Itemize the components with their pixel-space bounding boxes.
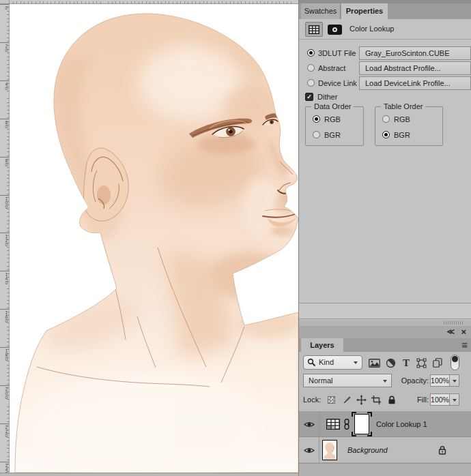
lock-all-icon[interactable] xyxy=(386,393,398,406)
tab-swatches[interactable]: Swatches xyxy=(301,3,341,19)
canvas[interactable] xyxy=(10,4,298,473)
filter-kind-label: Kind xyxy=(319,356,334,369)
layer-mask-thumbnail[interactable] xyxy=(352,412,372,436)
photoshop-workspace: 0 20 40 60 80 100 120 140 160 180 200 22… xyxy=(0,0,471,476)
fill-label: Fill: xyxy=(403,393,429,406)
abstract-row: Abstract Load Abstract Profile... xyxy=(299,61,471,75)
grip-marks-icon xyxy=(444,321,463,325)
table-order-rgb-radio[interactable] xyxy=(382,115,390,123)
blend-mode-select[interactable]: Normal xyxy=(303,374,392,387)
abstract-radio[interactable] xyxy=(307,64,315,72)
data-order-title: Data Order xyxy=(311,102,354,110)
ruler-label: 80 xyxy=(0,157,9,166)
properties-body: 3DLUT File Gray_EuroScinton.CUBE Abstrac… xyxy=(299,40,471,303)
collapse-panel-icon[interactable]: ≪ xyxy=(446,327,455,336)
eye-icon xyxy=(304,447,315,454)
table-order-title: Table Order xyxy=(381,102,425,110)
data-order-bgr-option: BGR xyxy=(313,130,367,140)
close-panel-icon[interactable]: × xyxy=(461,327,466,337)
filter-pixel-layers-icon[interactable] xyxy=(368,357,380,369)
3dlut-file-label: 3DLUT File xyxy=(318,46,356,60)
background-layer-thumbnail[interactable] xyxy=(322,440,337,460)
opacity-value[interactable]: 100% xyxy=(430,374,450,387)
ruler-label: 40 xyxy=(0,80,9,90)
mask-link-icon[interactable] xyxy=(344,419,349,430)
fill-dropdown-button[interactable] xyxy=(450,393,459,406)
dither-checkbox[interactable]: ✓ xyxy=(305,93,313,101)
table-order-rgb-label: RGB xyxy=(394,114,410,125)
color-lookup-thumbnail[interactable] xyxy=(326,419,340,430)
3dlut-file-radio[interactable] xyxy=(307,49,315,57)
panel-resize-grip[interactable] xyxy=(299,320,471,326)
table-order-bgr-label: BGR xyxy=(394,130,410,140)
lock-label: Lock: xyxy=(303,393,321,406)
grid-icon xyxy=(309,25,319,34)
load-abstract-button[interactable]: Load Abstract Profile... xyxy=(359,61,471,75)
devicelink-row: Device Link Load DeviceLink Profile... xyxy=(299,76,471,90)
ruler-label: 180 xyxy=(0,347,9,361)
lock-position-icon[interactable] xyxy=(355,393,367,406)
data-order-bgr-label: BGR xyxy=(324,130,341,140)
devicelink-radio[interactable] xyxy=(307,79,315,87)
search-icon xyxy=(307,358,316,367)
data-order-rgb-radio[interactable] xyxy=(313,115,320,123)
ruler-label: 0 xyxy=(0,4,9,10)
layer-name[interactable]: Color Lookup 1 xyxy=(376,411,427,437)
data-order-group: Data Order RGB BGR xyxy=(305,106,364,146)
table-order-group: Table Order RGB BGR xyxy=(375,106,443,146)
visibility-cell[interactable] xyxy=(299,437,319,463)
dither-label: Dither xyxy=(317,91,337,102)
chevron-down-icon xyxy=(383,380,387,383)
layers-body: Kind T xyxy=(299,352,471,476)
lock-artboard-icon[interactable] xyxy=(370,393,382,406)
layer-mask-icon[interactable] xyxy=(328,25,342,35)
filter-adjustment-layers-icon[interactable] xyxy=(384,357,397,369)
color-lookup-grid-button[interactable] xyxy=(305,22,323,37)
lock-paint-icon[interactable] xyxy=(341,393,353,406)
devicelink-label: Device Link xyxy=(318,76,357,90)
horizontal-ruler[interactable] xyxy=(10,0,298,4)
data-order-bgr-radio[interactable] xyxy=(313,131,320,138)
layers-panel-footer xyxy=(299,463,471,476)
document-area: 0 20 40 60 80 100 120 140 160 180 200 22… xyxy=(0,0,298,476)
load-devicelink-button[interactable]: Load DeviceLink Profile... xyxy=(359,76,471,90)
ruler-label: 100 xyxy=(0,195,9,209)
filter-shape-layers-icon[interactable] xyxy=(415,357,427,369)
panel-menu-icon[interactable]: ≡ xyxy=(461,338,468,352)
opacity-dropdown-button[interactable] xyxy=(450,374,459,387)
layers-tabbar: Layers ≡ xyxy=(299,338,471,352)
ruler-label: 140 xyxy=(0,271,9,284)
layers-panel-header: ≪ × xyxy=(299,326,471,338)
properties-panel: Swatches Properties Color Lookup xyxy=(299,0,471,326)
filter-smart-object-icon[interactable] xyxy=(431,357,444,369)
layers-panel: ≪ × Layers ≡ Kind xyxy=(299,326,471,476)
layer-name[interactable]: Background xyxy=(347,437,388,463)
visibility-cell[interactable] xyxy=(299,411,319,437)
filter-toggle[interactable] xyxy=(451,355,459,370)
lut-file-select[interactable]: Gray_EuroScinton.CUBE xyxy=(359,46,471,60)
table-order-rgb-option: RGB xyxy=(382,114,437,125)
lut-file-row: 3DLUT File Gray_EuroScinton.CUBE xyxy=(299,46,471,60)
ruler-label: 20 xyxy=(0,42,9,52)
color-lookup-header: Color Lookup xyxy=(299,19,471,40)
panel-footer-strip xyxy=(299,303,471,319)
ruler-label: 200 xyxy=(0,385,9,399)
table-order-bgr-radio[interactable] xyxy=(382,131,390,138)
lock-transparency-icon[interactable] xyxy=(325,393,337,406)
vertical-ruler[interactable]: 0 20 40 60 80 100 120 140 160 180 200 22… xyxy=(0,0,10,476)
table-order-bgr-option: BGR xyxy=(382,130,437,140)
ruler-label: 120 xyxy=(0,233,9,246)
ruler-corner xyxy=(0,0,10,4)
layer-row-color-lookup[interactable]: Color Lookup 1 xyxy=(299,411,471,437)
ruler-label: 160 xyxy=(0,309,9,323)
layer-locked-icon xyxy=(438,445,446,455)
fill-value[interactable]: 100% xyxy=(430,393,450,406)
filter-kind-select[interactable]: Kind xyxy=(303,355,362,370)
tab-layers[interactable]: Layers xyxy=(301,338,343,352)
filter-type-layers-icon[interactable]: T xyxy=(400,357,412,369)
tab-properties[interactable]: Properties xyxy=(341,3,388,19)
layer-row-background[interactable]: Background xyxy=(299,437,471,463)
canvas-scroll-strip[interactable] xyxy=(0,473,298,476)
panel-column: Swatches Properties Color Lookup xyxy=(298,0,471,476)
eye-icon xyxy=(304,421,315,428)
